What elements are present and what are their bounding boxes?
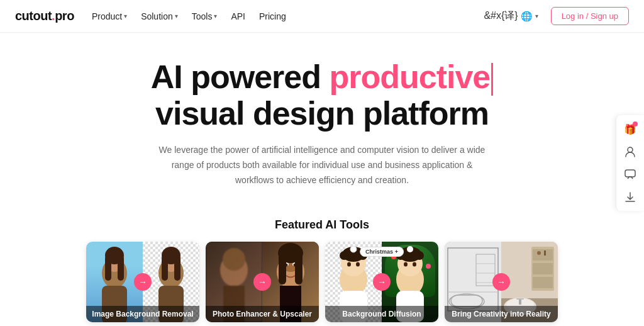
nav-solution[interactable]: Solution ▾ — [141, 11, 178, 21]
svg-rect-9 — [162, 256, 168, 281]
svg-rect-3 — [105, 256, 111, 281]
download-icon — [624, 191, 636, 203]
tool-card-creativity[interactable]: → Bring Creativity into Reality — [445, 242, 558, 322]
featured-section: Featured AI Tools — [0, 206, 644, 326]
chevron-down-icon: ▾ — [535, 13, 538, 20]
svg-point-38 — [415, 251, 424, 260]
svg-point-30 — [350, 246, 357, 252]
svg-rect-4 — [118, 256, 124, 281]
chevron-down-icon: ▾ — [124, 13, 127, 20]
svg-rect-22 — [279, 253, 286, 284]
hero-title-line2: visual design platform — [13, 96, 631, 132]
login-signup-button[interactable]: Log in / Sign up — [551, 7, 629, 25]
arrow-icon: → — [373, 273, 391, 291]
svg-rect-54 — [533, 249, 553, 261]
tools-row: → Image Background Removal — [0, 242, 644, 322]
svg-point-31 — [347, 262, 351, 266]
nav-api[interactable]: API — [231, 11, 245, 21]
logo-text: cutout.pro — [15, 9, 74, 23]
side-panel: 🎁 — [616, 115, 644, 211]
user-circle-icon-button[interactable] — [620, 142, 640, 162]
text-cursor — [491, 63, 493, 96]
svg-point-13 — [223, 248, 245, 271]
svg-rect-23 — [295, 253, 303, 284]
svg-point-39 — [407, 246, 413, 252]
svg-rect-55 — [533, 263, 553, 274]
tool-card-bg-diffusion[interactable]: Christmas + — [325, 242, 438, 322]
language-button[interactable]: &#x{译} 🌐 ▾ — [479, 7, 543, 25]
tool-card-photo-enhancer[interactable]: → Photo Enhancer & Upscaler — [206, 242, 319, 322]
chevron-down-icon: ▾ — [214, 13, 217, 20]
nav-links: Product ▾ Solution ▾ Tools ▾ API Pricing — [92, 11, 286, 21]
tool-card-bg-removal-label: Image Background Removal — [86, 306, 199, 322]
featured-title: Featured AI Tools — [0, 218, 644, 232]
svg-point-63 — [628, 147, 633, 152]
navbar-left: cutout.pro Product ▾ Solution ▾ Tools ▾ … — [15, 9, 286, 23]
user-icon — [624, 145, 636, 158]
svg-rect-64 — [625, 170, 635, 177]
svg-point-28 — [340, 251, 348, 260]
nav-tools[interactable]: Tools ▾ — [192, 11, 218, 21]
christmas-badge: Christmas + — [360, 247, 404, 257]
navbar: cutout.pro Product ▾ Solution ▾ Tools ▾ … — [0, 0, 644, 33]
nav-pricing[interactable]: Pricing — [259, 11, 286, 21]
navbar-right: &#x{译} 🌐 ▾ Log in / Sign up — [479, 7, 629, 25]
svg-rect-43 — [448, 248, 498, 311]
tool-card-creativity-label: Bring Creativity into Reality — [445, 306, 558, 322]
arrow-icon: → — [253, 273, 271, 291]
chevron-down-icon: ▾ — [175, 13, 178, 20]
hero-title: AI powered productive visual design plat… — [13, 59, 631, 132]
gift-icon-button[interactable]: 🎁 — [620, 119, 640, 139]
hero-subtitle: We leverage the power of artificial inte… — [158, 143, 486, 188]
logo[interactable]: cutout.pro — [15, 9, 74, 23]
svg-point-32 — [356, 262, 360, 266]
tool-card-bg-diffusion-label: Background Diffusion — [325, 306, 438, 322]
svg-rect-56 — [533, 277, 553, 288]
arrow-icon: → — [134, 273, 152, 291]
hero-title-line1: AI powered productive — [13, 59, 631, 96]
translate-icon: &#x{译} — [484, 9, 518, 23]
svg-rect-50 — [451, 295, 482, 306]
chat-icon — [624, 168, 636, 181]
hero-section: AI powered productive visual design plat… — [0, 33, 644, 206]
download-icon-button[interactable] — [620, 187, 640, 207]
chat-icon-button[interactable] — [620, 164, 640, 184]
svg-point-40 — [404, 262, 408, 266]
tool-card-bg-removal[interactable]: → Image Background Removal — [86, 242, 199, 322]
svg-point-41 — [413, 262, 416, 266]
arrow-icon: → — [492, 273, 510, 291]
svg-rect-58 — [544, 250, 546, 256]
nav-product[interactable]: Product ▾ — [92, 11, 127, 21]
tool-card-photo-enhancer-label: Photo Enhancer & Upscaler — [206, 306, 319, 322]
svg-point-57 — [537, 251, 541, 255]
svg-rect-10 — [174, 256, 180, 281]
svg-rect-62 — [516, 298, 524, 300]
